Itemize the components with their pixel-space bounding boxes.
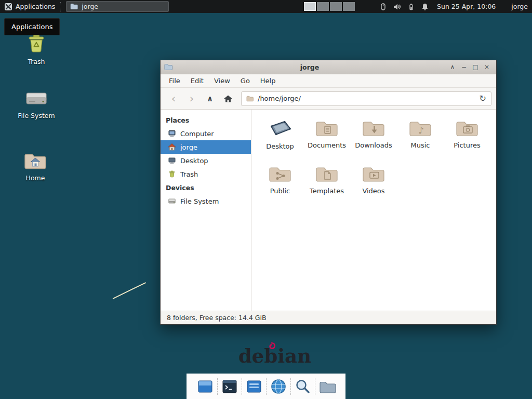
battery-icon[interactable] [406, 2, 416, 11]
minimize-button[interactable]: − [458, 60, 470, 74]
window-titlebar[interactable]: jorge ∧ − □ × [161, 60, 496, 74]
show-desktop-icon [196, 378, 214, 395]
web-browser-launcher[interactable] [267, 375, 290, 398]
sidebar-item-label: Desktop [180, 157, 208, 165]
desktop-icon [168, 156, 176, 165]
close-button[interactable]: × [481, 60, 493, 74]
sidebar-item-jorge[interactable]: jorge [161, 140, 251, 154]
shade-button[interactable]: ∧ [447, 60, 458, 74]
debian-logo: debian [238, 344, 311, 367]
pictures-folder-icon [455, 118, 480, 139]
menu-edit[interactable]: Edit [185, 74, 209, 87]
toolbar: ‹ › ∧ /home/jorge/ ↻ [161, 88, 496, 110]
desktop-icon-label: File System [18, 112, 55, 119]
file-item-documents[interactable]: Documents [303, 116, 350, 162]
app-finder-launcher[interactable] [291, 375, 315, 398]
desktop-icon-label: Trash [28, 58, 45, 65]
volume-icon[interactable] [392, 2, 402, 11]
reload-button[interactable]: ↻ [480, 94, 486, 103]
workspace-button-4[interactable] [343, 2, 355, 11]
menu-view[interactable]: View [209, 74, 235, 87]
applications-tooltip: Applications [4, 18, 60, 35]
menu-file[interactable]: File [164, 74, 185, 87]
file-item-label: Public [270, 187, 290, 195]
taskbar-item-label: jorge [82, 3, 98, 10]
file-item-music[interactable]: ♪ Music [397, 116, 444, 162]
file-item-label: Downloads [355, 141, 392, 149]
sidebar-item-computer[interactable]: Computer [161, 127, 251, 140]
desktop-icon-file-system[interactable]: File System [14, 88, 59, 119]
list-icon [245, 378, 263, 395]
home-button[interactable] [220, 91, 236, 107]
sidebar-header-places: Places [161, 113, 251, 127]
up-button[interactable]: ∧ [202, 91, 218, 107]
file-item-label: Documents [308, 141, 346, 149]
sidebar-header-devices: Devices [161, 181, 251, 194]
templates-folder-icon [314, 164, 339, 185]
desktop-icon-home[interactable]: Home [12, 151, 58, 182]
workspace-button-2[interactable] [317, 2, 329, 11]
desktop-icon-trash[interactable]: Trash [14, 34, 59, 65]
sidebar-item-label: File System [180, 197, 219, 205]
sidebar-item-desktop[interactable]: Desktop [161, 154, 251, 167]
panel-clock[interactable]: Sun 25 Apr, 10:06 [437, 3, 496, 10]
file-item-templates[interactable]: Templates [303, 162, 350, 207]
panel-username[interactable]: jorge [511, 3, 528, 10]
window-icon [164, 63, 172, 71]
file-item-label: Videos [362, 187, 384, 195]
file-manager-launcher[interactable] [315, 375, 339, 398]
file-item-downloads[interactable]: Downloads [350, 116, 397, 162]
drive-icon [168, 197, 176, 205]
drive-icon [25, 88, 48, 109]
mouse-icon[interactable] [378, 2, 388, 11]
tasklist-launcher[interactable] [242, 375, 266, 398]
workspace-switcher [303, 2, 355, 11]
location-bar[interactable]: /home/jorge/ ↻ [241, 91, 491, 106]
file-manager-icon [70, 3, 78, 10]
terminal-launcher[interactable] [218, 375, 242, 398]
file-view: Desktop Documents [251, 110, 496, 311]
taskbar-item-jorge[interactable]: jorge [66, 1, 169, 12]
videos-folder-icon [361, 164, 386, 185]
back-button[interactable]: ‹ [165, 91, 182, 107]
home-icon [168, 143, 176, 151]
file-item-videos[interactable]: Videos [350, 162, 397, 207]
file-item-desktop[interactable]: Desktop [257, 116, 303, 162]
file-item-pictures[interactable]: Pictures [444, 116, 490, 162]
forward-button[interactable]: › [183, 91, 200, 107]
file-item-public[interactable]: Public [257, 162, 303, 207]
terminal-icon [221, 378, 238, 395]
maximize-button[interactable]: □ [470, 60, 481, 74]
applications-menu-button[interactable]: Applications [0, 0, 59, 13]
menu-go[interactable]: Go [235, 74, 255, 87]
path-folder-icon [246, 96, 254, 102]
globe-icon [270, 378, 287, 395]
menu-help[interactable]: Help [255, 74, 281, 87]
music-folder-icon: ♪ [408, 118, 433, 139]
file-manager-window: jorge ∧ − □ × File Edit View Go Help ‹ ›… [160, 60, 497, 325]
file-item-label: Desktop [266, 142, 294, 150]
applications-tooltip-text: Applications [11, 23, 52, 31]
svg-text:♪: ♪ [418, 125, 424, 136]
downloads-folder-icon [361, 118, 386, 139]
public-folder-icon [268, 164, 292, 185]
sidebar-item-label: jorge [180, 143, 197, 151]
folder-icon [318, 379, 336, 394]
sidebar-item-file-system[interactable]: File System [161, 194, 251, 208]
sidebar-item-trash[interactable]: Trash [161, 167, 251, 181]
workspace-button-3[interactable] [330, 2, 342, 11]
system-tray [378, 2, 430, 11]
sidebar-item-label: Computer [180, 130, 214, 138]
show-desktop-button[interactable] [193, 375, 217, 398]
debian-swirl-icon [268, 342, 276, 350]
workspace-button-1[interactable] [304, 2, 316, 11]
wallpaper-scratch-line [113, 282, 147, 299]
notifications-bell-icon[interactable] [420, 2, 430, 11]
trash-icon [25, 34, 48, 55]
computer-icon [168, 129, 176, 138]
file-item-label: Music [411, 141, 430, 149]
applications-menu-icon [4, 3, 12, 11]
location-text: /home/jorge/ [258, 95, 301, 102]
top-panel: Applications jorge [0, 0, 532, 13]
desktop-icon-label: Home [26, 174, 45, 182]
